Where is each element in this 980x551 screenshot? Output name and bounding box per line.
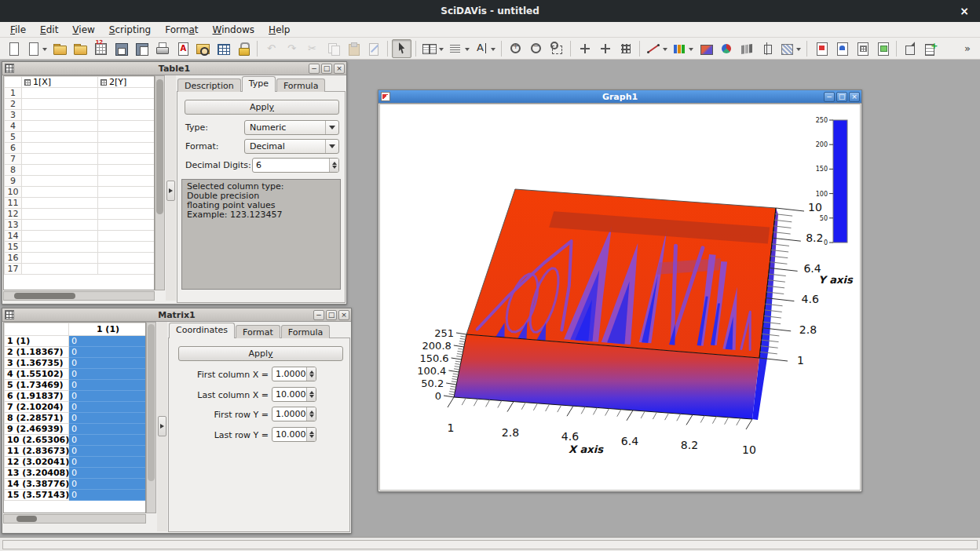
row-header[interactable]: 17: [5, 264, 22, 275]
matrix-cell-selected[interactable]: 0: [69, 413, 147, 424]
table-cell[interactable]: [22, 110, 98, 121]
column-header-1[X][interactable]: 1[X]: [22, 77, 98, 88]
matrix-row-header[interactable]: 9 (2.46939): [5, 424, 69, 435]
table1-horizontal-scrollbar[interactable]: [3, 291, 155, 301]
export-pdf-button[interactable]: [172, 39, 192, 58]
row-header[interactable]: 15: [5, 242, 22, 253]
spin-up-icon[interactable]: [309, 368, 314, 374]
edit-button[interactable]: [364, 39, 383, 58]
menu-format[interactable]: Format: [158, 23, 205, 37]
format-combobox[interactable]: Decimal: [244, 139, 339, 154]
matrix-cell-selected[interactable]: 0: [69, 380, 147, 391]
undo-button[interactable]: ↶: [261, 39, 281, 58]
close-button[interactable]: ×: [849, 92, 860, 102]
spin-down-icon[interactable]: [309, 374, 314, 380]
plot3d-scatter-button[interactable]: [872, 39, 892, 58]
rescale-button[interactable]: [547, 39, 566, 58]
matrix-row-header[interactable]: 10 (2.65306): [5, 435, 69, 446]
table-cell[interactable]: [22, 198, 98, 209]
matrix-cell-selected[interactable]: 0: [69, 369, 147, 380]
matrix-cell-selected[interactable]: 0: [69, 446, 147, 457]
zoom-in-button[interactable]: [506, 39, 525, 58]
menu-file[interactable]: File: [3, 23, 33, 37]
row-header[interactable]: 4: [5, 121, 22, 132]
matrix-cell-selected[interactable]: 0: [69, 424, 147, 435]
graph1-titlebar[interactable]: Graph1 − □ ×: [378, 90, 861, 104]
toolbar-overflow-button[interactable]: »: [964, 42, 977, 54]
minimize-button[interactable]: −: [309, 64, 320, 74]
copy-button[interactable]: [323, 39, 342, 58]
add-column-button[interactable]: [921, 39, 941, 58]
row-header[interactable]: 14: [5, 231, 22, 242]
append-project-button[interactable]: [70, 39, 90, 58]
pointer-button[interactable]: [392, 39, 411, 58]
table-cell[interactable]: [22, 264, 98, 275]
table-cell[interactable]: [98, 132, 155, 143]
maximize-button[interactable]: □: [321, 64, 332, 74]
resize-window-button[interactable]: [901, 39, 920, 58]
spin-up-icon[interactable]: [332, 159, 337, 165]
type-combobox[interactable]: Numeric: [244, 120, 339, 135]
apply-button[interactable]: Apply: [185, 100, 339, 115]
minimize-button[interactable]: −: [824, 92, 835, 102]
matrix-column-header[interactable]: 1 (1): [69, 323, 147, 336]
table-cell[interactable]: [98, 88, 155, 99]
table1-grid-area[interactable]: 1[X]2[Y]1234567891011121314151617: [3, 75, 155, 290]
row-header[interactable]: 2: [5, 99, 22, 110]
table-cell[interactable]: [98, 253, 155, 264]
matrix-row-header[interactable]: 15 (3.57143): [5, 490, 69, 501]
plot-3d-bars-button[interactable]: [737, 39, 756, 58]
plot3d-surface-button[interactable]: [832, 39, 851, 58]
table1-tab-type[interactable]: Type: [242, 76, 276, 92]
add-columns-button[interactable]: [420, 39, 445, 58]
row-header[interactable]: 16: [5, 253, 22, 264]
matrix1-tab-formula[interactable]: Formula: [281, 325, 330, 338]
matrix1-splitter[interactable]: [157, 322, 167, 531]
matrix-cell-selected[interactable]: 0: [69, 468, 147, 479]
row-header[interactable]: 7: [5, 154, 22, 165]
plot-pattern-button[interactable]: [777, 39, 803, 58]
table-cell[interactable]: [98, 176, 155, 187]
table-cell[interactable]: [98, 121, 155, 132]
lock-toolbars-button[interactable]: [233, 39, 253, 58]
row-header[interactable]: 3: [5, 110, 22, 121]
redo-button[interactable]: ↷: [282, 39, 302, 58]
menu-windows[interactable]: Windows: [206, 23, 262, 37]
row-header[interactable]: 1: [5, 88, 22, 99]
plot3d-wireframe-button[interactable]: [811, 39, 831, 58]
plot-column-button[interactable]: [670, 39, 695, 58]
table1-tab-description[interactable]: Description: [177, 78, 241, 92]
project-explorer-button[interactable]: [192, 39, 212, 58]
import-ascii-button[interactable]: [90, 39, 110, 58]
table1-splitter[interactable]: [166, 75, 176, 301]
table-cell[interactable]: [22, 176, 98, 187]
table-cell[interactable]: [22, 143, 98, 154]
paste-button[interactable]: [343, 39, 363, 58]
matrix-cell-selected[interactable]: 0: [69, 435, 147, 446]
open-project-button[interactable]: [49, 39, 69, 58]
column-header-2[Y][interactable]: 2[Y]: [98, 77, 155, 88]
menu-view[interactable]: View: [65, 23, 101, 37]
table-cell[interactable]: [22, 154, 98, 165]
matrix-row-header[interactable]: 1 (1): [5, 336, 69, 347]
spin-up-icon[interactable]: [309, 408, 314, 414]
table-cell[interactable]: [22, 99, 98, 110]
draw-line-button[interactable]: [644, 39, 669, 58]
table-cell[interactable]: [98, 154, 155, 165]
matrix-row-header[interactable]: 2 (1.18367): [5, 347, 69, 358]
row-header[interactable]: 13: [5, 220, 22, 231]
coordinate-spinner[interactable]: 10.0000000: [272, 427, 316, 442]
table1-titlebar[interactable]: Table1 − □ ×: [2, 62, 346, 75]
table-cell[interactable]: [98, 99, 155, 110]
row-header[interactable]: 6: [5, 143, 22, 154]
spin-down-icon[interactable]: [309, 395, 314, 400]
coordinate-spinner[interactable]: 10.0000000: [272, 387, 316, 402]
menu-edit[interactable]: Edit: [33, 23, 65, 37]
table-cell[interactable]: [98, 110, 155, 121]
plot-pie-button[interactable]: [716, 39, 736, 58]
table-cell[interactable]: [22, 220, 98, 231]
matrix-row-header[interactable]: 4 (1.55102): [5, 369, 69, 380]
table-cell[interactable]: [22, 231, 98, 242]
add-rows-button[interactable]: [446, 39, 471, 58]
matrix-row-header[interactable]: 8 (2.28571): [5, 413, 69, 424]
